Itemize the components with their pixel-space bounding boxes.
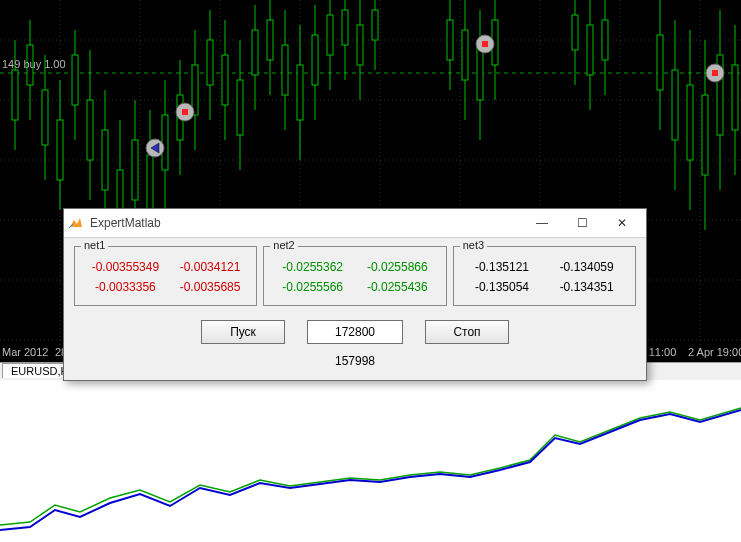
svg-rect-33 xyxy=(132,140,138,200)
svg-rect-63 xyxy=(357,25,363,65)
net3-cell: -0.134351 xyxy=(544,277,629,297)
svg-rect-21 xyxy=(42,90,48,145)
svg-rect-51 xyxy=(267,20,273,60)
svg-rect-25 xyxy=(72,55,78,105)
svg-rect-57 xyxy=(312,35,318,85)
net3-cell: -0.135054 xyxy=(460,277,545,297)
net2-cell: -0.0255436 xyxy=(355,277,440,297)
start-button[interactable]: Пуск xyxy=(201,320,285,344)
svg-rect-83 xyxy=(672,70,678,140)
net2-cell: -0.0255866 xyxy=(355,257,440,277)
close-button[interactable]: ✕ xyxy=(602,211,642,235)
maximize-button[interactable]: ☐ xyxy=(562,211,602,235)
net3-cell: -0.135121 xyxy=(460,257,545,277)
svg-rect-79 xyxy=(602,20,608,60)
status-value: 157998 xyxy=(74,354,636,368)
svg-rect-27 xyxy=(87,100,93,160)
chart-marker xyxy=(476,35,494,53)
dialog-titlebar[interactable]: ExpertMatlab — ☐ ✕ xyxy=(64,209,646,238)
svg-rect-59 xyxy=(327,15,333,55)
time-tick: 2 Apr 19:00 xyxy=(688,346,741,358)
expertmatlab-dialog: ExpertMatlab — ☐ ✕ net1 -0.00355349 -0.0… xyxy=(63,208,647,381)
svg-rect-47 xyxy=(237,80,243,135)
order-label: 149 buy 1.00 xyxy=(2,58,66,70)
indicator-chart[interactable] xyxy=(0,380,741,542)
panel-label: net2 xyxy=(270,239,297,251)
dialog-title: ExpertMatlab xyxy=(90,209,161,237)
svg-rect-29 xyxy=(102,130,108,190)
net1-cell: -0.0033356 xyxy=(81,277,170,297)
panel-net1: net1 -0.00355349 -0.0034121 -0.0033356 -… xyxy=(74,246,257,306)
net2-cell: -0.0255566 xyxy=(270,277,355,297)
svg-rect-53 xyxy=(282,45,288,95)
svg-rect-97 xyxy=(712,70,718,76)
iterations-input[interactable] xyxy=(307,320,403,344)
svg-rect-71 xyxy=(477,45,483,100)
svg-rect-99 xyxy=(182,109,188,115)
net3-cell: -0.134059 xyxy=(544,257,629,277)
svg-rect-61 xyxy=(342,10,348,45)
svg-rect-23 xyxy=(57,120,63,180)
net1-cell: -0.00355349 xyxy=(81,257,170,277)
svg-rect-55 xyxy=(297,65,303,120)
svg-rect-75 xyxy=(572,15,578,50)
minimize-button[interactable]: — xyxy=(522,211,562,235)
app-icon xyxy=(68,215,84,231)
svg-rect-95 xyxy=(482,41,488,47)
svg-rect-17 xyxy=(12,70,18,120)
svg-rect-81 xyxy=(657,35,663,90)
svg-rect-37 xyxy=(162,115,168,170)
svg-rect-77 xyxy=(587,25,593,75)
svg-rect-43 xyxy=(207,40,213,85)
panel-net2: net2 -0.0255362 -0.0255866 -0.0255566 -0… xyxy=(263,246,446,306)
svg-rect-91 xyxy=(732,65,738,130)
panel-label: net3 xyxy=(460,239,487,251)
panel-net3: net3 -0.135121 -0.134059 -0.135054 -0.13… xyxy=(453,246,636,306)
dialog-body: net1 -0.00355349 -0.0034121 -0.0033356 -… xyxy=(64,238,646,380)
net2-cell: -0.0255362 xyxy=(270,257,355,277)
chart-marker xyxy=(146,139,164,157)
svg-rect-65 xyxy=(372,10,378,40)
svg-rect-67 xyxy=(447,20,453,60)
chart-marker xyxy=(176,103,194,121)
svg-rect-49 xyxy=(252,30,258,75)
svg-rect-69 xyxy=(462,30,468,80)
stop-button[interactable]: Стоп xyxy=(425,320,509,344)
svg-rect-87 xyxy=(702,95,708,175)
svg-rect-85 xyxy=(687,85,693,160)
panel-label: net1 xyxy=(81,239,108,251)
chart-marker xyxy=(706,64,724,82)
time-tick: Mar 2012 xyxy=(2,346,48,358)
net1-cell: -0.0034121 xyxy=(170,257,251,277)
svg-rect-45 xyxy=(222,55,228,105)
net1-cell: -0.0035685 xyxy=(170,277,251,297)
